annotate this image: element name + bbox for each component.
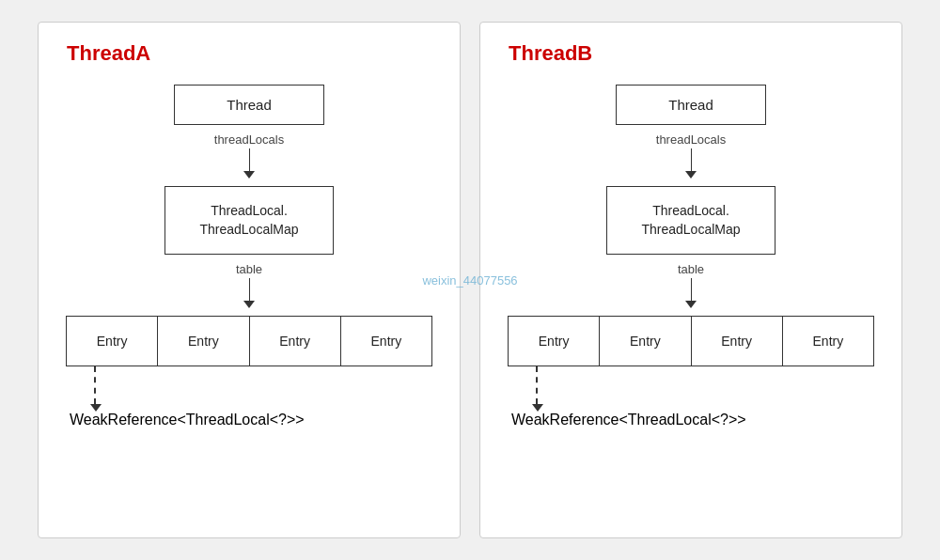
thread-b-weakref-text: WeakReference<ThreadLocal<?>> [511, 412, 746, 428]
thread-b-connector-1: threadLocals [499, 125, 883, 186]
thread-b-dashed-line [536, 366, 538, 404]
thread-b-diagram: ThreadB Thread threadLocals ThreadLocal.… [479, 22, 902, 538]
thread-b-entry-1: Entry [600, 317, 691, 366]
thread-a-entry-0: Entry [67, 317, 158, 366]
thread-b-arrow1-head [685, 171, 697, 179]
thread-a-arrow2-label: table [236, 262, 262, 276]
thread-a-section: Thread threadLocals ThreadLocal. ThreadL… [57, 85, 441, 519]
thread-a-entry-1: Entry [158, 317, 249, 366]
thread-a-dashed-connector [66, 366, 432, 412]
thread-b-entry-3: Entry [783, 317, 873, 366]
thread-b-threadlocalmap-line1: ThreadLocal. [652, 203, 729, 218]
thread-a-threadlocalmap-line2: ThreadLocalMap [199, 222, 298, 237]
thread-a-entry-2: Entry [250, 317, 341, 366]
thread-a-entry-3: Entry [341, 317, 431, 366]
thread-b-arrow2-head [685, 301, 697, 308]
thread-b-arrow2-label: table [678, 262, 704, 276]
thread-b-arrow2-line [691, 278, 692, 301]
thread-b-dashed-connector [508, 366, 874, 412]
thread-a-connector-2: table [57, 255, 441, 316]
thread-a-title: ThreadA [67, 41, 150, 66]
thread-a-thread-node: Thread [174, 85, 324, 125]
thread-a-weakref-text: WeakReference<ThreadLocal<?>> [70, 412, 305, 428]
thread-b-entry-2: Entry [692, 317, 783, 366]
main-container: weixin_44077556 ThreadA Thread threadLoc… [0, 0, 940, 560]
thread-a-arrow1-head [243, 171, 255, 179]
thread-b-title: ThreadB [509, 41, 592, 66]
thread-b-threadlocalmap-line2: ThreadLocalMap [641, 222, 740, 237]
thread-a-connector-1: threadLocals [57, 125, 441, 186]
thread-a-arrow2-head [243, 301, 255, 308]
thread-a-entry-table: Entry Entry Entry Entry [66, 316, 432, 366]
thread-b-thread-node: Thread [616, 85, 766, 125]
thread-a-dashed-arrow-head [90, 404, 102, 412]
thread-b-arrow1-line [691, 148, 692, 171]
thread-a-weakref-label: WeakReference<ThreadLocal<?>> [66, 412, 432, 428]
thread-a-dashed-line [94, 366, 96, 404]
thread-b-entry-0: Entry [509, 317, 600, 366]
thread-b-section: Thread threadLocals ThreadLocal. ThreadL… [499, 85, 883, 519]
thread-b-dashed-arrow-head [532, 404, 543, 412]
thread-a-diagram: ThreadA Thread threadLocals ThreadLocal.… [38, 22, 461, 538]
thread-b-arrow1-label: threadLocals [656, 132, 726, 147]
thread-b-weakref-label: WeakReference<ThreadLocal<?>> [508, 412, 874, 428]
thread-a-threadlocalmap-line1: ThreadLocal. [211, 203, 288, 218]
thread-b-entry-table: Entry Entry Entry Entry [508, 316, 874, 366]
thread-a-arrow2-line [249, 278, 250, 301]
thread-a-threadlocalmap-node: ThreadLocal. ThreadLocalMap [164, 186, 334, 255]
thread-b-connector-2: table [499, 255, 883, 316]
thread-b-threadlocalmap-node: ThreadLocal. ThreadLocalMap [606, 186, 776, 255]
thread-a-arrow1-label: threadLocals [214, 132, 284, 147]
thread-a-arrow1-line [249, 148, 250, 171]
